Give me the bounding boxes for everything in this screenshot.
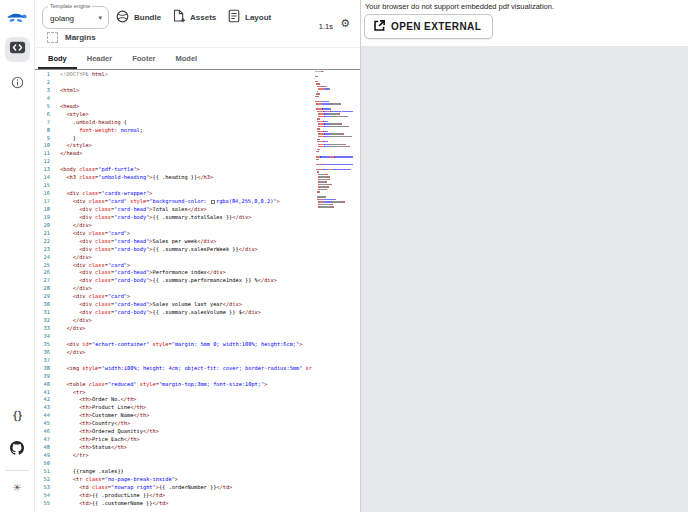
code-line[interactable]: <div class="card-head">Sales per week</d… [60,238,360,246]
code-line[interactable]: </div> [60,325,360,333]
code-line[interactable]: <div id="echart-container" style="margin… [60,341,360,349]
code-line[interactable]: </div> [60,285,360,293]
template-engine-select[interactable]: Template engine golang ▾ [42,6,109,29]
line-number: 51 [35,468,50,476]
sun-icon: ☀ [13,482,22,493]
code-line[interactable]: <div class="card"> [60,230,360,238]
line-number: 31 [35,309,50,317]
line-number: 35 [35,341,50,349]
code-line[interactable]: <div class="card-body">{{ .summary.total… [60,214,360,222]
code-line[interactable]: </tr> [60,452,360,460]
line-number: 45 [35,420,50,428]
color-swatch[interactable] [211,200,215,204]
code-line[interactable]: <tr> [60,389,360,397]
code-line[interactable]: {{range .sales}} [60,468,360,476]
tab-body[interactable]: Body [38,48,77,69]
sidebar-item-info[interactable] [5,71,30,96]
code-line[interactable] [60,460,360,468]
code-line[interactable]: <div class="card-head">Sales volume last… [60,301,360,309]
line-number: 48 [35,444,50,452]
code-line[interactable]: <td>{{ .productLine }}</td> [60,492,360,500]
line-number: 41 [35,389,50,397]
line-number: 5 [35,103,50,111]
line-number: 39 [35,373,50,381]
open-external-button[interactable]: OPEN EXTERNAL [364,14,493,39]
line-number-gutter: 1234567891011121314151617181920212223242… [35,71,50,508]
code-editor[interactable]: 1234567891011121314151617181920212223242… [35,70,360,512]
line-number: 9 [35,135,50,143]
line-number: 29 [35,293,50,301]
line-number: 16 [35,190,50,198]
line-number: 40 [35,381,50,389]
line-number: 30 [35,301,50,309]
code-line[interactable]: </div> [60,222,360,230]
code-line[interactable]: <img style="width:100%; height: 4cm; obj… [60,365,360,373]
sidebar-item-github[interactable] [5,437,30,462]
document-icon [228,9,240,25]
sidebar-item-editor[interactable] [5,37,30,62]
line-number: 34 [35,333,50,341]
code-line[interactable]: <table class="reduced" style="margin-top… [60,381,360,389]
line-number: 21 [35,230,50,238]
margins-toggle[interactable]: Margins [47,31,96,44]
code-line[interactable]: <div class="card-body">{{ .summary.sales… [60,309,360,317]
minimap[interactable] [315,70,353,212]
editor-pane: Template engine golang ▾ Bundle [35,0,360,512]
line-number: 15 [35,182,50,190]
line-number: 12 [35,158,50,166]
bundle-button[interactable]: Bundle [116,9,161,25]
line-number: 13 [35,166,50,174]
code-line[interactable]: <td>{{ .customerName }}</td> [60,500,360,508]
code-line[interactable]: <th>Order No.</th> [60,396,360,404]
code-line[interactable]: </div> [60,317,360,325]
code-line[interactable] [60,333,360,341]
code-line[interactable] [60,357,360,365]
code-line[interactable]: <th>Customer Name</th> [60,412,360,420]
preview-pane: Your browser do not support embedded pdf… [360,0,688,512]
line-number: 28 [35,285,50,293]
code-line[interactable]: <th>Country</th> [60,420,360,428]
code-line[interactable]: <div class="card-body">{{ .summary.sales… [60,246,360,254]
sidebar-item-json-model[interactable]: { } [5,403,30,428]
line-number: 7 [35,119,50,127]
toolbar: Template engine golang ▾ Bundle [35,0,360,48]
assets-label: Assets [190,13,216,22]
code-line[interactable]: </div> [60,254,360,262]
bundle-icon [116,10,129,25]
open-in-new-icon [373,19,386,34]
code-line[interactable]: <div class="card"> [60,262,360,270]
line-number: 36 [35,349,50,357]
gear-icon[interactable]: ⚙ [340,18,350,29]
line-number: 26 [35,269,50,277]
line-number: 24 [35,254,50,262]
line-number: 4 [35,95,50,103]
code-line[interactable]: <div class="card-body">{{ .summary.perfo… [60,277,360,285]
code-line[interactable]: <th>Status</th> [60,444,360,452]
sidebar-item-theme-toggle[interactable]: ☀ [5,475,30,500]
code-line[interactable]: <div class="card"> [60,293,360,301]
code-line[interactable]: <tr class="no-page-break-inside"> [60,476,360,484]
line-number: 19 [35,214,50,222]
code-line[interactable]: <td class="nowrap right">{{ .orderNumber… [60,484,360,492]
tab-model[interactable]: Model [166,48,208,69]
code-line[interactable] [60,373,360,381]
line-number: 23 [35,246,50,254]
layout-label: Layout [245,13,271,22]
pdf-unsupported-message: Your browser do not support embedded pdf… [365,2,688,11]
code-line[interactable]: <th>Price Each</th> [60,436,360,444]
code-line[interactable]: </div> [60,349,360,357]
code-line[interactable]: <th>Product Line</th> [60,404,360,412]
open-external-label: OPEN EXTERNAL [391,21,481,32]
code-line[interactable]: <th>Ordered Quanitiy</th> [60,428,360,436]
pdf-embed-area [361,46,688,512]
line-number: 47 [35,436,50,444]
margins-label: Margins [65,33,96,42]
code-line[interactable]: <div class="card-head">Performance index… [60,269,360,277]
line-number: 18 [35,206,50,214]
bundle-label: Bundle [134,13,161,22]
tab-footer[interactable]: Footer [122,48,165,69]
line-number: 46 [35,428,50,436]
layout-button[interactable]: Layout [228,9,271,25]
tab-header[interactable]: Header [77,48,122,69]
assets-button[interactable]: Assets [172,9,216,25]
